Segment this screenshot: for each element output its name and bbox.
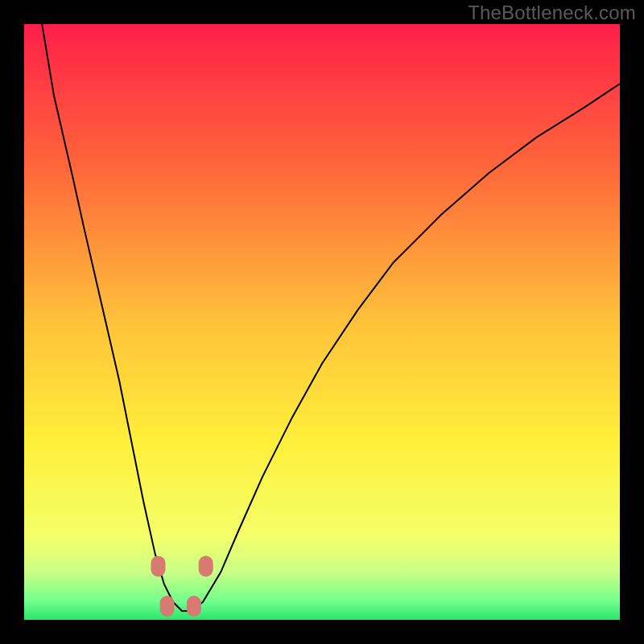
chart-background (24, 24, 620, 620)
marker-dot (199, 555, 213, 576)
marker-dot (187, 596, 201, 617)
chart-frame: TheBottleneck.com (0, 0, 644, 644)
marker-dot (151, 555, 166, 576)
marker-dot (160, 596, 175, 617)
bottleneck-chart (24, 24, 620, 620)
plot-area (24, 24, 620, 620)
watermark-text: TheBottleneck.com (468, 2, 636, 24)
